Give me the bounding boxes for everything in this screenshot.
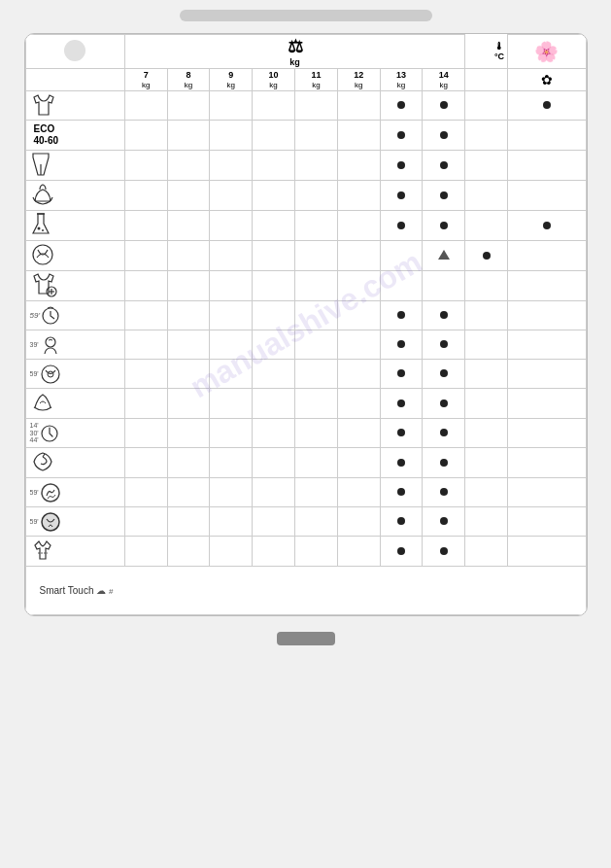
smart-touch-row: Smart Touch ☁ # (25, 567, 586, 615)
r8-c8 (423, 301, 465, 330)
table-row: 39' (25, 330, 586, 360)
r12-c2 (167, 419, 210, 448)
r3-c1 (124, 151, 167, 181)
row11-icon (25, 389, 124, 419)
r10-c4 (253, 360, 295, 389)
r14-right (508, 478, 586, 507)
row13-icon (25, 448, 124, 478)
table-row: 59' (25, 507, 586, 537)
r9-c9 (465, 330, 508, 360)
r7-c2 (167, 271, 210, 301)
table-row: 14'30'44' (25, 419, 586, 448)
weight-icon: ⚖ (288, 36, 303, 57)
row15-icon: 59' (25, 507, 124, 537)
r6-c2 (167, 241, 210, 271)
r11-right (508, 389, 586, 419)
r7-c7 (380, 271, 423, 301)
r16-c6 (337, 537, 380, 567)
r14-c2 (167, 478, 210, 507)
kg-11: 11kg (295, 69, 338, 91)
r13-c8 (423, 448, 465, 478)
r7-c3 (210, 271, 253, 301)
r12-c7 (380, 419, 423, 448)
r3-c2 (167, 151, 210, 181)
r16-c8 (423, 537, 465, 567)
r10-right (508, 360, 586, 389)
r5-c1 (124, 211, 167, 241)
r5-c5 (295, 211, 338, 241)
r11-c4 (253, 389, 295, 419)
r16-c9 (465, 537, 508, 567)
kg-9: 9kg (210, 69, 253, 91)
r13-c3 (210, 448, 253, 478)
main-table-container: ⚖ kg 🌡 °C 🌸 (24, 33, 588, 616)
row6-icon (25, 241, 124, 271)
r6-c8 (423, 241, 465, 271)
r10-c1 (124, 360, 167, 389)
smart-touch-hash: # (109, 587, 113, 596)
r15-c1 (124, 507, 167, 537)
r12-right (508, 419, 586, 448)
r4-right (508, 181, 586, 211)
r10-c6 (337, 360, 380, 389)
r9-c5 (295, 330, 338, 360)
table-row (25, 151, 586, 181)
header-empty-icon (25, 35, 124, 69)
temp-unit-label: °C (494, 52, 504, 61)
r1-c2 (167, 91, 210, 121)
row1-icon (25, 91, 124, 121)
r6-c6 (337, 241, 380, 271)
r7-right (508, 271, 586, 301)
kg-subheader-row: 7kg 8kg 9kg 10kg 11kg 12kg 13kg 14kg ✿ (25, 69, 586, 91)
r13-c2 (167, 448, 210, 478)
r10-c8 (423, 360, 465, 389)
r11-c9 (465, 389, 508, 419)
row4-icon (25, 181, 124, 211)
r5-c6 (337, 211, 380, 241)
r16-right (508, 537, 586, 567)
r16-c4 (253, 537, 295, 567)
r15-c2 (167, 507, 210, 537)
r9-c3 (210, 330, 253, 360)
r1-c1 (124, 91, 167, 121)
r8-c4 (253, 301, 295, 330)
r2-c1 (124, 121, 167, 151)
r13-c7 (380, 448, 423, 478)
r15-c4 (253, 507, 295, 537)
r5-right (508, 211, 586, 241)
r12-c8 (423, 419, 465, 448)
r1-c8 (423, 91, 465, 121)
kg-12: 12kg (337, 69, 380, 91)
r5-c4 (253, 211, 295, 241)
r12-c3 (210, 419, 253, 448)
r2-c4 (253, 121, 295, 151)
r13-c5 (295, 448, 338, 478)
r13-c6 (337, 448, 380, 478)
r2-c6 (337, 121, 380, 151)
kg-7: 7kg (124, 69, 167, 91)
r16-c7 (380, 537, 423, 567)
r3-c6 (337, 151, 380, 181)
row12-icon: 14'30'44' (25, 419, 124, 448)
program-table: ⚖ kg 🌡 °C 🌸 (25, 34, 587, 615)
r11-c3 (210, 389, 253, 419)
r6-c1 (124, 241, 167, 271)
r14-c6 (337, 478, 380, 507)
r4-c5 (295, 181, 338, 211)
r8-right (508, 301, 586, 330)
table-row: 59' (25, 478, 586, 507)
table-row (25, 211, 586, 241)
small-flower-icon: ✿ (541, 72, 553, 87)
svg-point-2 (37, 227, 40, 230)
r16-c5 (295, 537, 338, 567)
header-icons-row: ⚖ kg 🌡 °C 🌸 (25, 35, 586, 69)
r6-c9 (465, 241, 508, 271)
row2-icon: ECO40-60 (25, 121, 124, 151)
r11-c2 (167, 389, 210, 419)
r15-c5 (295, 507, 338, 537)
r9-c2 (167, 330, 210, 360)
r8-c5 (295, 301, 338, 330)
weight-unit-label: kg (289, 57, 300, 67)
r10-c5 (295, 360, 338, 389)
r13-right (508, 448, 586, 478)
